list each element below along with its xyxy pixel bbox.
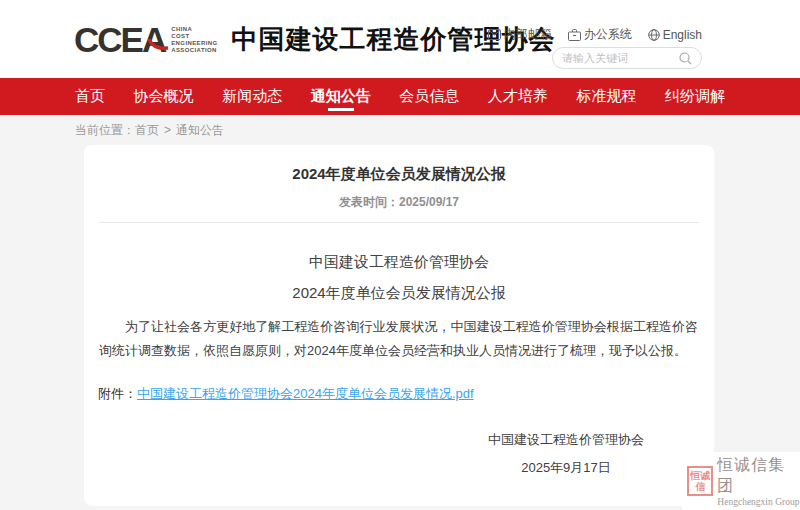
main-nav: 首页 协会概况 新闻动态 通知公告 会员信息 人才培养 标准规程 纠纷调解 (0, 78, 800, 115)
signature-org: 中国建设工程造价管理协会 (488, 431, 644, 449)
nav-item-disputes[interactable]: 纠纷调解 (665, 78, 725, 115)
internal-mail-link[interactable]: 内部邮箱 (488, 26, 552, 43)
logo-acronym: CCEA (74, 23, 165, 57)
logo-swoosh-icon (148, 22, 168, 56)
breadcrumb-home-link[interactable]: 首页 (135, 123, 159, 137)
attachment-row: 附件：中国建设工程造价管理协会2024年度单位会员发展情况.pdf (98, 385, 698, 403)
watermark-seal-icon: 恒诚 信 (687, 466, 713, 496)
briefcase-icon (568, 29, 581, 41)
breadcrumb-current: 通知公告 (176, 123, 224, 137)
watermark-text: 恒诚信集团 Hengchengxin Group (717, 455, 800, 507)
article-heading-subject: 2024年度单位会员发展情况公报 (84, 284, 714, 303)
search-input[interactable] (562, 52, 679, 64)
nav-item-home[interactable]: 首页 (75, 78, 105, 115)
watermark: 恒诚 信 恒诚信集团 Hengchengxin Group (682, 452, 800, 510)
nav-item-standards[interactable]: 标准规程 (576, 78, 636, 115)
office-system-link[interactable]: 办公系统 (568, 26, 632, 43)
signature-date: 2025年9月17日 (488, 459, 644, 477)
nav-item-notices[interactable]: 通知公告 (311, 78, 371, 115)
mail-icon (488, 29, 501, 40)
english-label: English (663, 28, 702, 42)
breadcrumb-prefix: 当前位置： (75, 123, 135, 137)
breadcrumb-separator: > (164, 123, 171, 137)
article-heading-org: 中国建设工程造价管理协会 (84, 253, 714, 272)
nav-item-news[interactable]: 新闻动态 (222, 78, 282, 115)
logo-subtext: CHINA COST ENGINEERING ASSOCIATION (171, 26, 217, 54)
article-publish-date: 发表时间：2025/09/17 (84, 194, 714, 211)
site-logo[interactable]: CCEA CHINA COST ENGINEERING ASSOCIATION … (74, 22, 556, 57)
site-header: CCEA CHINA COST ENGINEERING ASSOCIATION … (0, 0, 800, 78)
attachment-pdf-link[interactable]: 中国建设工程造价管理协会2024年度单位会员发展情况.pdf (137, 386, 474, 401)
english-link[interactable]: English (648, 26, 702, 43)
internal-mail-label: 内部邮箱 (504, 26, 552, 43)
globe-icon (648, 29, 660, 41)
attachment-label: 附件： (98, 386, 137, 401)
nav-item-training[interactable]: 人才培养 (488, 78, 548, 115)
search-icon[interactable] (679, 52, 692, 65)
article-signature: 中国建设工程造价管理协会 2025年9月17日 (488, 431, 644, 477)
breadcrumb: 当前位置：首页>通知公告 (75, 122, 224, 139)
watermark-name-cn: 恒诚信集团 (717, 455, 800, 497)
title-divider (99, 222, 699, 223)
header-quick-links: 内部邮箱 办公系统 English (488, 26, 702, 43)
article-paragraph: 为了让社会各方更好地了解工程造价咨询行业发展状况，中国建设工程造价管理协会根据工… (99, 315, 698, 363)
main-nav-inner: 首页 协会概况 新闻动态 通知公告 会员信息 人才培养 标准规程 纠纷调解 (75, 78, 725, 115)
article-title: 2024年度单位会员发展情况公报 (84, 145, 714, 184)
nav-item-about[interactable]: 协会概况 (134, 78, 194, 115)
office-system-label: 办公系统 (584, 26, 632, 43)
article-card: 2024年度单位会员发展情况公报 发表时间：2025/09/17 中国建设工程造… (84, 145, 714, 506)
search-box (552, 47, 702, 69)
nav-item-members[interactable]: 会员信息 (399, 78, 459, 115)
publish-date-value: 2025/09/17 (399, 195, 459, 209)
watermark-name-en: Hengchengxin Group (717, 497, 800, 507)
publish-date-label: 发表时间： (339, 195, 399, 209)
